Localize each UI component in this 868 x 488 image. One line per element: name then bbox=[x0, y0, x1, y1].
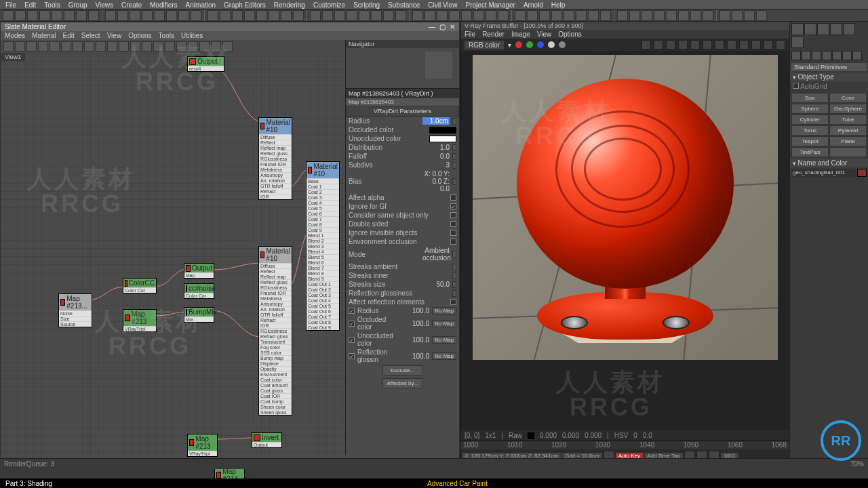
create-textplus-button[interactable]: TextPlus bbox=[791, 147, 829, 157]
slate-toolbar-icon[interactable] bbox=[222, 41, 233, 52]
param-distribution[interactable]: Distribution1.0 bbox=[346, 143, 459, 152]
slate-menu-edit[interactable]: Edit bbox=[63, 32, 75, 39]
slate-toolbar-icon[interactable] bbox=[176, 41, 186, 52]
checkbox[interactable] bbox=[450, 203, 456, 209]
toolbar-icon[interactable] bbox=[642, 10, 652, 21]
channel-dropdown[interactable]: RGB color bbox=[465, 41, 504, 49]
toolbar-icon[interactable] bbox=[244, 10, 255, 21]
render-view[interactable] bbox=[460, 51, 789, 430]
slate-toolbar-icon[interactable] bbox=[96, 41, 106, 52]
toolbar-icon[interactable] bbox=[600, 10, 611, 21]
vfb-menu-render[interactable]: Render bbox=[482, 30, 505, 38]
spinner[interactable] bbox=[452, 290, 456, 297]
toolbar-icon[interactable] bbox=[208, 10, 218, 21]
toolbar-icon[interactable] bbox=[629, 10, 640, 21]
toolbar-icon[interactable] bbox=[347, 10, 357, 21]
vfb-toolbar-icon[interactable] bbox=[715, 40, 724, 49]
maximize-icon[interactable]: ▢ bbox=[439, 23, 446, 30]
toolbar-icon[interactable] bbox=[142, 10, 153, 21]
vfb-toolbar-icon[interactable] bbox=[739, 40, 749, 49]
param-occluded-color[interactable]: Occluded color bbox=[346, 125, 459, 134]
toolbar-icon[interactable] bbox=[359, 10, 370, 21]
param-environment-occlusion[interactable]: Environment occlusion bbox=[346, 237, 459, 246]
toolbar-icon[interactable] bbox=[756, 10, 767, 21]
slate-menu-select[interactable]: Select bbox=[81, 32, 100, 39]
slate-toolbar-icon[interactable] bbox=[84, 41, 94, 52]
toolbar-icon[interactable] bbox=[395, 10, 406, 21]
menu-create[interactable]: Create bbox=[121, 1, 142, 7]
vfb-toolbar-icon[interactable] bbox=[703, 40, 712, 49]
create-cone-button[interactable]: Cone bbox=[829, 93, 867, 103]
node[interactable]: InvertOutput bbox=[252, 432, 282, 448]
toolbar-icon[interactable] bbox=[52, 10, 62, 21]
toolbar-icon[interactable] bbox=[449, 10, 460, 21]
node-graph[interactable]: View1 OutputresultMaterial #10DiffuseRef… bbox=[1, 53, 347, 468]
menu-scripting[interactable]: Scripting bbox=[353, 1, 380, 7]
param-affect-alpha[interactable]: Affect alpha bbox=[346, 193, 459, 202]
menu-views[interactable]: Views bbox=[96, 1, 114, 7]
slate-toolbar-icon[interactable] bbox=[38, 41, 48, 52]
checkbox[interactable] bbox=[450, 195, 456, 201]
create-sphere-button[interactable]: Sphere bbox=[791, 104, 829, 114]
create-teapot-button[interactable]: Teapot bbox=[791, 136, 829, 146]
toolbar-icon[interactable] bbox=[383, 10, 394, 21]
checkbox[interactable] bbox=[450, 221, 456, 227]
node[interactable]: Material #10BaseCoat 1Coat 2Coat 3Coat 4… bbox=[306, 161, 340, 331]
value-field[interactable]: 50.0 bbox=[422, 281, 450, 288]
toolbar-icon[interactable] bbox=[678, 10, 689, 21]
toolbar-icon[interactable] bbox=[666, 10, 677, 21]
command-tab-icon[interactable] bbox=[843, 23, 855, 35]
value-field[interactable]: X: 0.0 Y: 0.0 Z: 0.0 bbox=[422, 170, 450, 192]
node[interactable]: Map #213...NoiseSizeSource bbox=[58, 293, 92, 327]
slate-toolbar-icon[interactable] bbox=[165, 41, 175, 52]
value-field[interactable]: 0.0 bbox=[422, 152, 450, 160]
vfb-menu-file[interactable]: File bbox=[465, 30, 475, 38]
menu-civil-view[interactable]: Civil View bbox=[428, 1, 457, 7]
toolbar-icon[interactable] bbox=[437, 10, 448, 21]
menu-edit[interactable]: Edit bbox=[24, 1, 36, 7]
map-slot-button[interactable]: No Map bbox=[432, 320, 456, 327]
value-field[interactable]: 1.0cm bbox=[422, 117, 450, 125]
node[interactable]: ColorCCColor Cor bbox=[123, 278, 157, 293]
toolbar-icon[interactable] bbox=[269, 10, 279, 21]
toolbar-icon[interactable] bbox=[654, 10, 665, 21]
param-radius[interactable]: Radius1.0cm bbox=[346, 117, 459, 125]
spinner[interactable] bbox=[452, 281, 456, 288]
spinner[interactable] bbox=[452, 153, 456, 160]
menu-animation[interactable]: Animation bbox=[186, 1, 216, 7]
param-streaks-inner[interactable]: Streaks inner bbox=[346, 271, 459, 280]
param-falloff[interactable]: Falloff0.0 bbox=[346, 152, 459, 161]
minimize-icon[interactable]: — bbox=[429, 23, 435, 30]
menu-modifiers[interactable]: Modifiers bbox=[150, 1, 178, 7]
checkbox[interactable] bbox=[450, 239, 456, 245]
time-ruler[interactable]: 10001010102010301040105010601068 bbox=[460, 441, 789, 449]
primitives-dropdown[interactable]: Standard Primitives bbox=[791, 63, 867, 71]
slate-menu-modes[interactable]: Modes bbox=[5, 32, 25, 39]
toolbar-icon[interactable] bbox=[281, 10, 292, 21]
slate-toolbar-icon[interactable] bbox=[188, 41, 198, 52]
param-streaks-size[interactable]: Streaks size50.0 bbox=[346, 280, 459, 289]
toolbar-icon[interactable] bbox=[27, 10, 38, 21]
toolbar-icon[interactable] bbox=[154, 10, 165, 21]
param-section-header[interactable]: VRayDirt Parameters bbox=[346, 106, 459, 117]
param-ignore-for-gi[interactable]: Ignore for GI bbox=[346, 202, 459, 211]
navigator-view[interactable] bbox=[346, 48, 459, 89]
value-field[interactable]: 3 bbox=[422, 161, 450, 169]
command-tab-icon[interactable] bbox=[830, 23, 842, 35]
category-icon[interactable] bbox=[812, 51, 821, 60]
slate-menu-material[interactable]: Material bbox=[32, 32, 56, 39]
map-slot-button[interactable]: No Map bbox=[432, 352, 456, 360]
node[interactable]: cc#noiseColor Cor bbox=[184, 283, 214, 299]
toolbar-icon[interactable] bbox=[564, 10, 574, 21]
vfb-toolbar-icon[interactable] bbox=[751, 40, 761, 49]
toolbar-icon[interactable] bbox=[220, 10, 231, 21]
vfb-menu-image[interactable]: Image bbox=[511, 30, 530, 38]
checkbox[interactable] bbox=[450, 230, 456, 236]
slate-menu-utilities[interactable]: Utilities bbox=[181, 32, 203, 39]
toolbar-icon[interactable] bbox=[371, 10, 382, 21]
menu-help[interactable]: Help bbox=[551, 1, 566, 7]
name-color-header[interactable]: ▾ Name and Color bbox=[790, 159, 868, 167]
param-reflection-glossiness[interactable]: Reflection glossiness bbox=[346, 289, 459, 298]
menu-arnold[interactable]: Arnold bbox=[524, 1, 543, 7]
color-swatch[interactable] bbox=[429, 127, 456, 134]
